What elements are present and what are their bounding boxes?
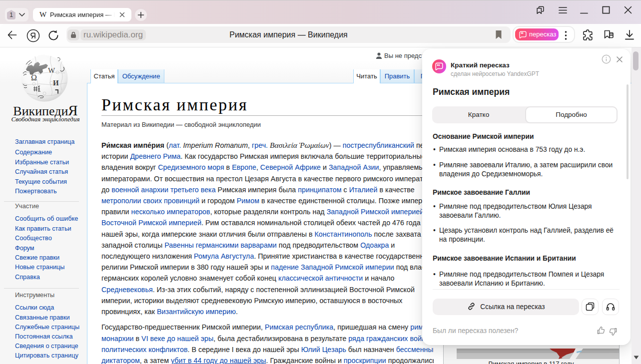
svg-text:“: “ (521, 31, 524, 38)
svg-text:W: W (48, 66, 55, 74)
svg-text:“: “ (437, 62, 440, 70)
svg-text:Ω: Ω (31, 73, 37, 82)
svg-text:И: И (53, 79, 59, 87)
